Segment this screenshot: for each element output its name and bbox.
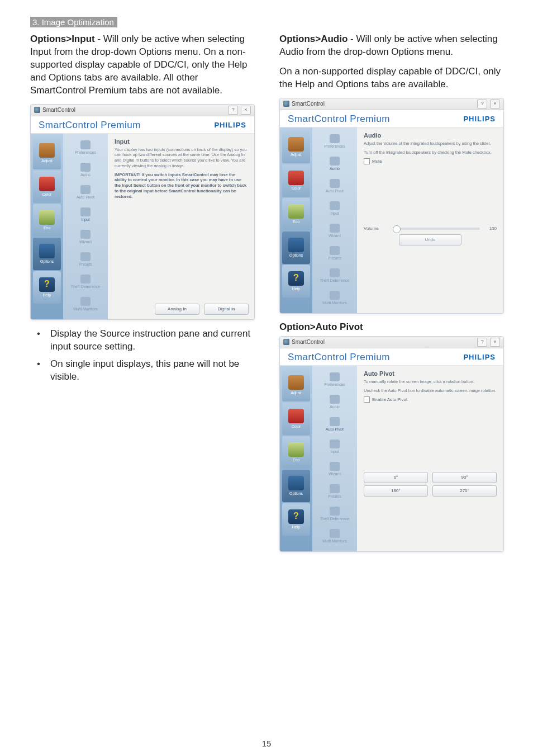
subnav-auto-pivot[interactable]: Auto Pivot [312,176,357,197]
pane-title: Input [115,138,248,145]
subnav-preferences[interactable]: Preferences [312,131,357,152]
sub-nav: Preferences Audio Auto Pivot Input Wizar… [63,134,108,319]
slider-handle[interactable] [393,225,401,233]
window-title: SmartControl [42,107,75,113]
tab-eco[interactable]: Eco [282,198,310,230]
tab-help[interactable]: Help [282,265,310,297]
brand-bar: SmartControl Premium PHILIPS [280,348,503,366]
close-icon[interactable]: × [490,338,500,347]
subnav-preferences[interactable]: Preferences [63,137,108,158]
rotate-270-button[interactable]: 270° [432,485,497,497]
philips-logo: PHILIPS [463,115,496,123]
subnav-input[interactable]: Input [63,204,108,225]
tab-color[interactable]: Color [282,403,310,435]
checkbox-box[interactable] [364,158,370,164]
close-icon[interactable]: × [241,106,251,115]
tab-adjust[interactable]: Adjust [33,137,61,169]
subnav-wizard[interactable]: Wizard [312,220,357,242]
subnav-presets[interactable]: Presets [63,249,108,270]
screenshot-auto-pivot: SmartControl ? × SmartControl Premium PH… [279,336,504,552]
rotate-180-button[interactable]: 180° [364,485,428,497]
brand-bar: SmartControl Premium PHILIPS [280,110,503,127]
philips-logo: PHILIPS [214,121,246,129]
checkbox-box[interactable] [364,396,370,403]
subhead-auto-pivot: Option>Auto Pivot [279,322,503,333]
product-name: SmartControl Premium [288,352,390,363]
brand-bar: SmartControl Premium PHILIPS [31,116,254,134]
left-nav: Adjust Color Eco Options Help [280,366,312,551]
tab-help[interactable]: Help [33,271,61,304]
rotate-90-button[interactable]: 90° [432,472,497,483]
bullet-1: Display the Source instruction pane and … [30,328,254,353]
subnav-auto-pivot[interactable]: Auto Pivot [63,182,108,203]
tab-options[interactable]: Options [282,470,310,502]
product-name: SmartControl Premium [288,114,390,125]
undo-button[interactable]: Undo [399,234,461,245]
product-name: SmartControl Premium [39,120,141,131]
mute-checkbox[interactable]: Mute [364,158,497,164]
tab-adjust[interactable]: Adjust [282,131,310,163]
pane-desc-1: To manually rotate the screen image, cli… [364,379,497,385]
tab-options[interactable]: Options [282,231,310,264]
pane-desc-1: Your display has two inputs (connections… [115,147,248,169]
subnav-theft[interactable]: Theft Deterrence [312,265,357,286]
subnav-wizard[interactable]: Wizard [63,226,108,248]
philips-logo: PHILIPS [463,353,496,361]
subnav-theft[interactable]: Theft Deterrence [63,271,108,292]
analog-in-button[interactable]: Analog In [155,304,199,315]
subnav-presets[interactable]: Presets [312,243,357,264]
sub-nav: Preferences Audio Auto Pivot Input Wizar… [312,366,357,551]
tab-adjust[interactable]: Adjust [282,369,310,401]
volume-slider[interactable] [393,228,480,230]
bullet-list: Display the Source instruction pane and … [30,328,254,384]
right-paragraph-1: Options>Audio - Will only be active when… [279,33,503,59]
subnav-wizard[interactable]: Wizard [312,459,357,480]
content-pane-audio: Audio Adjust the Volume of the integrate… [357,127,503,313]
help-icon[interactable]: ? [477,338,487,347]
left-paragraph-1: Options>Input - Will only be active when… [30,33,254,97]
digital-in-button[interactable]: Digital In [204,304,249,315]
tab-options[interactable]: Options [33,238,61,270]
window-title: SmartControl [292,339,325,345]
subnav-audio[interactable]: Audio [312,391,357,413]
pane-desc-1: Adjust the Volume of the integrated loud… [364,141,497,147]
rotate-0-button[interactable]: 0° [364,472,428,483]
content-pane-input: Input Your display has two inputs (conne… [108,134,254,319]
left-nav: Adjust Color Eco Options Help [31,134,63,319]
subnav-input[interactable]: Input [312,198,357,219]
subnav-multi[interactable]: Multi Monitors [312,526,357,547]
titlebar: SmartControl ? × [280,98,503,110]
subnav-audio[interactable]: Audio [312,153,357,174]
tab-help[interactable]: Help [282,503,310,536]
subnav-theft[interactable]: Theft Deterrence [312,503,357,525]
subnav-audio[interactable]: Audio [63,159,108,181]
help-icon[interactable]: ? [477,100,487,108]
app-icon [34,107,40,113]
close-icon[interactable]: × [490,100,500,108]
tab-color[interactable]: Color [282,164,310,197]
tab-eco[interactable]: Eco [282,436,310,469]
subnav-auto-pivot[interactable]: Auto Pivot [312,414,357,435]
subnav-multi[interactable]: Multi Monitors [312,287,357,309]
mute-label: Mute [372,159,382,164]
subnav-preferences[interactable]: Preferences [312,369,357,390]
pane-title: Auto Pivot [364,370,497,377]
help-icon[interactable]: ? [228,106,238,115]
titlebar: SmartControl ? × [31,105,254,116]
screenshot-input: SmartControl ? × SmartControl Premium PH… [30,104,255,320]
pane-desc-2: Turn off the integrated loudspeakers by … [364,150,497,155]
subnav-multi[interactable]: Multi Monitors [63,294,108,315]
window-title: SmartControl [292,101,325,107]
subnav-input[interactable]: Input [312,436,357,457]
page-number: 15 [0,739,533,748]
pane-desc-2: IMPORTANT! If you switch inputs SmartCon… [115,172,248,200]
tab-color[interactable]: Color [33,171,61,203]
enable-auto-pivot-checkbox[interactable]: Enable Auto Pivot [364,396,497,403]
left-p1-bold: Options>Input [30,34,95,44]
tab-eco[interactable]: Eco [33,204,61,237]
screenshot-audio: SmartControl ? × SmartControl Premium PH… [279,98,504,314]
content-pane-pivot: Auto Pivot To manually rotate the screen… [357,366,503,551]
enable-label: Enable Auto Pivot [372,397,407,402]
subnav-presets[interactable]: Presets [312,481,357,502]
pane-desc-2: Uncheck the Auto Pivot box to disable au… [364,388,497,394]
